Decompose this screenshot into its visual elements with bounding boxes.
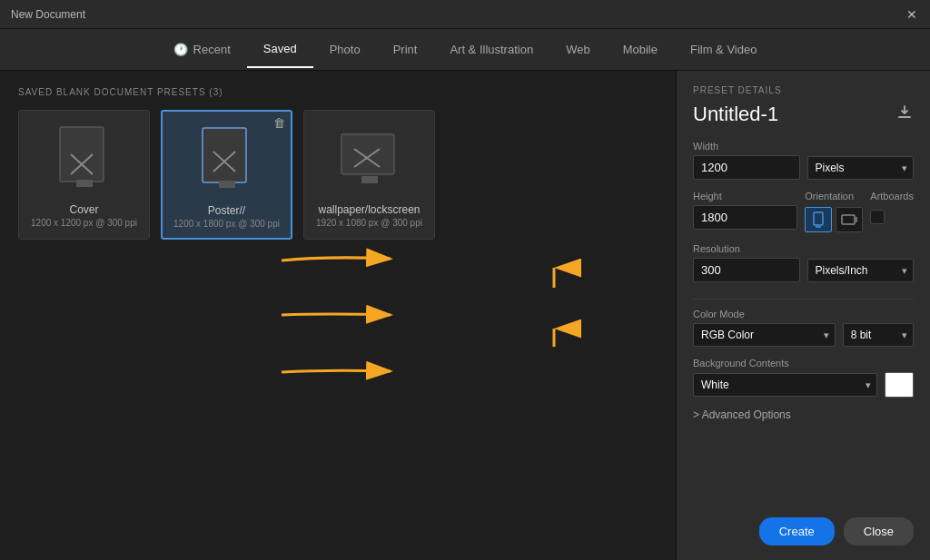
resolution-input[interactable] — [693, 258, 800, 282]
height-orient-row: Height Orientation — [693, 191, 914, 232]
window-title: New Document — [11, 8, 85, 21]
preset-name-poster: Poster// — [208, 204, 245, 217]
preset-icon-poster — [195, 124, 259, 197]
color-mode-wrapper: RGB Color CMYK Color Grayscale Lab Color… — [693, 323, 836, 347]
width-group: Width — [693, 141, 800, 180]
preset-title-row: Untitled-1 — [693, 103, 914, 126]
tab-print[interactable]: Print — [377, 32, 434, 67]
artboards-group: Artboards — [870, 191, 914, 224]
bg-contents-label: Background Contents — [693, 358, 914, 368]
preset-details-label: PRESET DETAILS — [693, 85, 914, 95]
preset-icon-cover — [53, 123, 116, 196]
svg-rect-17 — [842, 215, 855, 224]
color-mode-label: Color Mode — [693, 309, 914, 319]
width-input[interactable] — [693, 155, 800, 180]
tab-mobile-label: Mobile — [623, 43, 658, 56]
create-button[interactable]: Create — [759, 517, 835, 545]
tab-recent[interactable]: 🕐 Recent — [157, 32, 247, 67]
tab-filmvideo-label: Film & Video — [690, 43, 757, 56]
resolution-label: Resolution — [693, 243, 800, 254]
height-label: Height — [693, 191, 797, 201]
width-unit-wrapper: Pixels Inches Centimeters Millimeters — [807, 156, 915, 180]
tab-recent-label: Recent — [193, 43, 231, 56]
clock-icon: 🕐 — [173, 43, 188, 56]
orientation-label: Orientation — [805, 191, 863, 201]
bg-contents-select[interactable]: White Black Background Color Transparent… — [693, 373, 877, 397]
orientation-buttons — [805, 207, 863, 232]
presets-grid: Cover 1200 x 1200 px @ 300 ppi 🗑 — [18, 110, 658, 240]
close-window-button[interactable]: ✕ — [905, 7, 919, 22]
svg-rect-4 — [203, 128, 246, 182]
tab-web-label: Web — [566, 43, 590, 56]
svg-rect-8 — [341, 134, 394, 174]
artboards-label: Artboards — [870, 191, 914, 201]
bit-depth-wrapper: 8 bit 16 bit 32 bit — [843, 323, 914, 347]
tab-print-label: Print — [393, 43, 418, 56]
close-button[interactable]: Close — [844, 517, 914, 545]
svg-rect-14 — [898, 116, 911, 118]
advanced-options-toggle[interactable]: > Advanced Options — [693, 408, 914, 421]
color-mode-row: RGB Color CMYK Color Grayscale Lab Color… — [693, 323, 914, 347]
resolution-row: Resolution Pixels/Inch Pixels/Centimeter — [693, 243, 914, 282]
tab-artillustration-label: Art & Illustration — [450, 43, 533, 56]
preset-desc-wallpaper: 1920 x 1080 px @ 300 ppi — [316, 218, 422, 228]
height-input[interactable] — [693, 205, 797, 230]
svg-rect-11 — [361, 176, 378, 183]
svg-rect-7 — [219, 181, 235, 188]
bottom-buttons: Create Close — [693, 508, 914, 545]
bg-contents-row: White Black Background Color Transparent… — [693, 372, 914, 398]
title-bar: New Document ✕ — [0, 0, 930, 29]
resolution-unit-wrapper: Pixels/Inch Pixels/Centimeter — [807, 259, 915, 282]
height-group: Height — [693, 191, 797, 230]
preset-name-cover: Cover — [69, 203, 98, 216]
save-preset-icon[interactable] — [895, 103, 914, 126]
portrait-button[interactable] — [805, 207, 832, 232]
tab-saved[interactable]: Saved — [247, 31, 313, 68]
tab-saved-label: Saved — [263, 42, 297, 55]
tabs-bar: 🕐 Recent Saved Photo Print Art & Illustr… — [0, 29, 930, 71]
width-label: Width — [693, 141, 800, 152]
tab-artillustration[interactable]: Art & Illustration — [433, 32, 549, 67]
artboard-checkbox-wrap — [870, 210, 914, 224]
bit-depth-select[interactable]: 8 bit 16 bit 32 bit — [843, 323, 914, 347]
preset-name-wallpaper: wallpaper/lockscreen — [318, 203, 420, 216]
preset-card-wallpaper[interactable]: wallpaper/lockscreen 1920 x 1080 px @ 30… — [303, 110, 435, 240]
preset-card-cover[interactable]: Cover 1200 x 1200 px @ 300 ppi — [18, 110, 150, 240]
svg-rect-0 — [60, 127, 104, 182]
tab-photo[interactable]: Photo — [313, 32, 377, 67]
tab-photo-label: Photo — [330, 43, 361, 56]
tab-web[interactable]: Web — [549, 32, 607, 67]
preset-card-poster[interactable]: 🗑 Poster// 1200 x 1800 px @ 300 ppi — [161, 110, 292, 240]
delete-preset-button[interactable]: 🗑 — [273, 116, 285, 130]
preset-desc-cover: 1200 x 1200 px @ 300 ppi — [31, 218, 137, 228]
resolution-unit-select[interactable]: Pixels/Inch Pixels/Centimeter — [807, 259, 915, 282]
divider — [693, 299, 914, 300]
bg-contents-wrapper: White Black Background Color Transparent… — [693, 373, 877, 397]
right-panel: PRESET DETAILS Untitled-1 Width Pixels I… — [676, 71, 930, 560]
svg-rect-15 — [814, 212, 823, 225]
artboard-checkbox[interactable] — [870, 210, 885, 224]
document-title: Untitled-1 — [693, 103, 778, 126]
bg-color-swatch[interactable] — [885, 372, 914, 398]
preset-desc-poster: 1200 x 1800 px @ 300 ppi — [173, 219, 280, 229]
width-row: Width Pixels Inches Centimeters Millimet… — [693, 141, 914, 180]
tab-filmvideo[interactable]: Film & Video — [674, 32, 773, 67]
landscape-button[interactable] — [836, 207, 863, 232]
svg-rect-3 — [76, 180, 93, 187]
orientation-group: Orientation — [805, 191, 863, 232]
color-mode-select[interactable]: RGB Color CMYK Color Grayscale Lab Color… — [693, 323, 836, 347]
resolution-group: Resolution — [693, 243, 800, 282]
width-unit-select[interactable]: Pixels Inches Centimeters Millimeters — [807, 156, 915, 180]
left-panel: SAVED BLANK DOCUMENT PRESETS (3) Cover 1… — [0, 71, 676, 256]
preset-icon-wallpaper — [338, 123, 401, 196]
tab-mobile[interactable]: Mobile — [607, 32, 674, 67]
section-title: SAVED BLANK DOCUMENT PRESETS (3) — [18, 87, 658, 97]
